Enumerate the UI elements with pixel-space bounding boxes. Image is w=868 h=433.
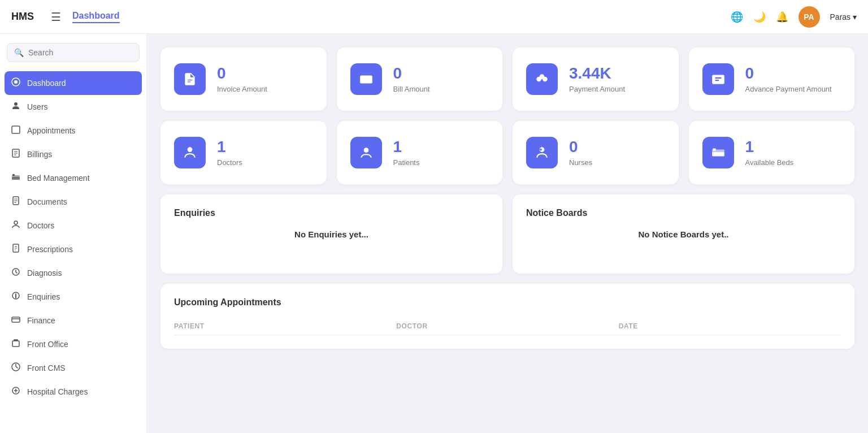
upcoming-appointments-title: Upcoming Appointments bbox=[174, 297, 841, 308]
stat-card-payment[interactable]: 3.44K Payment Amount bbox=[513, 47, 679, 111]
sidebar-item-label: Users bbox=[27, 102, 48, 111]
sidebar-item-enquiries[interactable]: Enquiries bbox=[0, 285, 146, 309]
svg-point-20 bbox=[188, 147, 193, 152]
users-icon bbox=[11, 101, 20, 112]
patients-count-value: 1 bbox=[393, 138, 489, 156]
nurses-count-label: Nurses bbox=[569, 158, 665, 167]
bill-label: Bill Amount bbox=[393, 85, 489, 93]
globe-icon[interactable]: 🌐 bbox=[731, 11, 743, 23]
prescriptions-icon bbox=[11, 244, 20, 255]
main-content: 0 Invoice Amount 0 Bill Amount 3.44K Pay… bbox=[147, 34, 868, 433]
appointments-icon bbox=[11, 125, 20, 136]
svg-rect-6 bbox=[12, 174, 15, 176]
stat-card-invoice[interactable]: 0 Invoice Amount bbox=[160, 47, 327, 111]
advance-label: Advance Payment Amount bbox=[745, 85, 841, 93]
bell-icon[interactable]: 🔔 bbox=[776, 11, 788, 23]
avatar[interactable]: PA bbox=[798, 6, 820, 28]
finance-icon bbox=[11, 315, 20, 326]
bill-value: 0 bbox=[393, 65, 489, 83]
svg-rect-25 bbox=[713, 148, 715, 150]
top-navigation: HMS ☰ Dashboard 🌐 🌙 🔔 PA Paras ▾ bbox=[0, 0, 868, 34]
sidebar-item-dashboard[interactable]: Dashboard bbox=[5, 71, 142, 95]
doctors-icon bbox=[11, 220, 20, 231]
app-brand: HMS bbox=[11, 11, 34, 23]
beds-count-value: 1 bbox=[745, 138, 841, 156]
moon-icon[interactable]: 🌙 bbox=[753, 11, 766, 23]
enquiries-panel: Enquiries No Enquiries yet... bbox=[160, 194, 502, 274]
sidebar-search-container[interactable]: 🔍 bbox=[7, 43, 140, 62]
sidebar-item-label: Dashboard bbox=[27, 79, 66, 88]
username-label[interactable]: Paras ▾ bbox=[830, 12, 857, 21]
search-icon: 🔍 bbox=[14, 48, 24, 57]
stat-card-bill[interactable]: 0 Bill Amount bbox=[337, 47, 503, 111]
sidebar-item-label: Appointments bbox=[27, 126, 76, 135]
svg-rect-12 bbox=[12, 317, 20, 322]
doctors-count-value: 1 bbox=[217, 138, 313, 156]
sidebar-item-label: Hospital Charges bbox=[27, 387, 88, 396]
sidebar-item-prescriptions[interactable]: Prescriptions bbox=[0, 237, 146, 261]
appointments-col-date: DATE bbox=[619, 322, 841, 330]
enquiries-empty: No Enquiries yet... bbox=[174, 230, 489, 239]
patients-count-icon bbox=[350, 137, 382, 168]
sidebar-item-label: Finance bbox=[27, 316, 55, 325]
svg-rect-2 bbox=[12, 126, 20, 133]
notice-boards-panel: Notice Boards No Notice Boards yet.. bbox=[513, 194, 854, 274]
svg-point-1 bbox=[14, 80, 18, 84]
bed-management-icon bbox=[11, 172, 20, 184]
diagnosis-icon bbox=[11, 267, 20, 279]
beds-count-label: Available Beds bbox=[745, 158, 841, 167]
appointments-table-header: PATIENTDOCTORDATE bbox=[174, 318, 841, 335]
stat-card-advance[interactable]: 0 Advance Payment Amount bbox=[689, 47, 855, 111]
enquiries-icon bbox=[11, 291, 20, 302]
sidebar-item-front-cms[interactable]: Front CMS bbox=[0, 356, 146, 380]
svg-rect-13 bbox=[12, 341, 19, 347]
stats-cards-row: 0 Invoice Amount 0 Bill Amount 3.44K Pay… bbox=[160, 47, 854, 111]
payment-value: 3.44K bbox=[569, 65, 665, 83]
upcoming-appointments-panel: Upcoming Appointments PATIENTDOCTORDATE bbox=[160, 284, 854, 349]
sidebar-item-bed-management[interactable]: Bed Management bbox=[0, 166, 146, 190]
payment-card-icon bbox=[526, 63, 558, 95]
patients-count-label: Patients bbox=[393, 158, 489, 167]
svg-rect-23 bbox=[712, 152, 724, 157]
sidebar-item-front-office[interactable]: Front Office bbox=[0, 332, 146, 356]
doctors-count-icon bbox=[174, 137, 206, 168]
sidebar-item-documents[interactable]: Documents bbox=[0, 190, 146, 214]
svg-point-8 bbox=[14, 221, 18, 224]
sidebar-item-billings[interactable]: Billings bbox=[0, 142, 146, 166]
count-card-nurses[interactable]: 0 Nurses bbox=[513, 121, 679, 184]
sidebar-item-diagnosis[interactable]: Diagnosis bbox=[0, 261, 146, 285]
count-card-doctors[interactable]: 1 Doctors bbox=[160, 121, 327, 184]
count-card-beds[interactable]: 1 Available Beds bbox=[689, 121, 855, 184]
svg-point-21 bbox=[363, 148, 368, 153]
billings-icon bbox=[11, 149, 20, 160]
hamburger-icon[interactable]: ☰ bbox=[51, 10, 61, 24]
appointments-col-doctor: DOCTOR bbox=[396, 322, 618, 330]
sidebar-item-label: Enquiries bbox=[27, 292, 60, 301]
sidebar-item-users[interactable]: Users bbox=[0, 95, 146, 119]
doctors-count-label: Doctors bbox=[217, 158, 313, 167]
advance-value: 0 bbox=[745, 65, 841, 83]
bill-card-icon bbox=[350, 63, 382, 95]
svg-rect-19 bbox=[712, 75, 724, 84]
notice-boards-empty: No Notice Boards yet.. bbox=[526, 230, 841, 239]
sidebar-item-appointments[interactable]: Appointments bbox=[0, 119, 146, 142]
topnav-right-section: 🌐 🌙 🔔 PA Paras ▾ bbox=[731, 6, 857, 28]
documents-icon bbox=[11, 196, 20, 207]
sidebar-item-label: Documents bbox=[27, 197, 67, 206]
count-card-patients[interactable]: 1 Patients bbox=[337, 121, 503, 184]
dashboard-icon bbox=[11, 77, 20, 89]
invoice-card-icon bbox=[174, 63, 206, 95]
sidebar-item-label: Prescriptions bbox=[27, 245, 73, 254]
hospital-charges-icon bbox=[11, 386, 20, 397]
beds-count-icon bbox=[702, 137, 734, 168]
sidebar-item-label: Front Office bbox=[27, 340, 68, 349]
invoice-label: Invoice Amount bbox=[217, 85, 313, 93]
sidebar-items-list: Dashboard Users Appointments Billings Be… bbox=[0, 71, 146, 404]
search-input[interactable] bbox=[28, 48, 132, 57]
enquiries-title: Enquiries bbox=[174, 208, 489, 218]
advance-card-icon bbox=[702, 63, 734, 95]
sidebar-item-hospital-charges[interactable]: Hospital Charges bbox=[0, 380, 146, 404]
sidebar-item-doctors[interactable]: Doctors bbox=[0, 214, 146, 237]
sidebar-item-finance[interactable]: Finance bbox=[0, 309, 146, 332]
front-office-icon bbox=[11, 339, 20, 350]
